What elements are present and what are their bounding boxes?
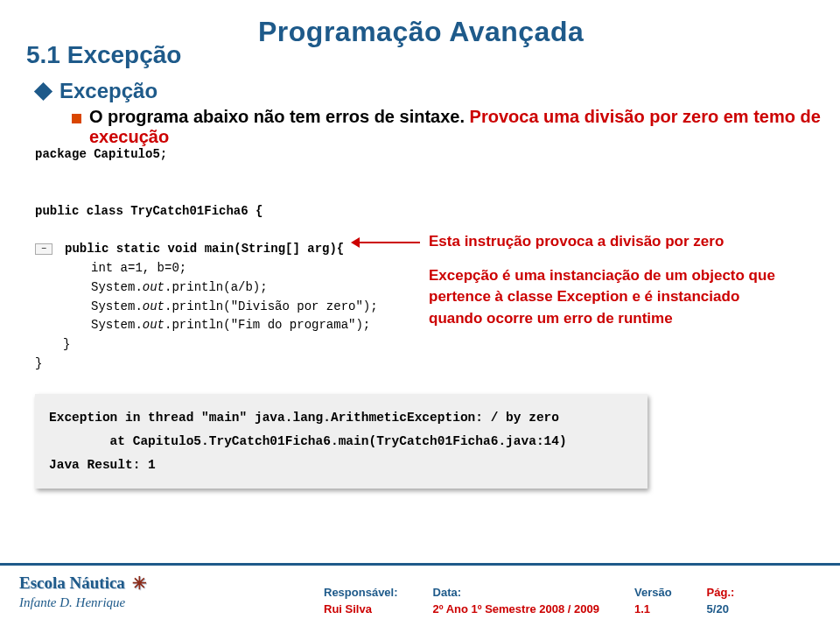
arrow-left-icon xyxy=(359,242,420,243)
code-line-11: } xyxy=(63,337,70,351)
pag-label: Pág.: xyxy=(707,586,735,599)
code-line-12: } xyxy=(35,356,42,370)
annotation-line1: Esta instrução provoca a divisão por zer… xyxy=(429,231,796,253)
diamond-bullet-icon xyxy=(34,82,52,101)
resp-label: Responsável: xyxy=(324,586,398,599)
fold-gutter-icon[interactable]: − xyxy=(35,243,52,255)
versao-label: Versão xyxy=(634,586,672,599)
body-text: O programa abaixo não tem erros de sinta… xyxy=(89,107,840,147)
code-line-7: int a=1, b=0; xyxy=(91,261,186,275)
annotation-line2: Excepção é uma instanciação de um object… xyxy=(429,265,796,330)
code-line-10: System.out.println("Fim do programa"); xyxy=(91,318,370,332)
footer-col-page: Pág.: 5/20 xyxy=(707,586,735,615)
footer: Escola Náutica ✳ Infante D. Henrique Res… xyxy=(0,563,840,626)
versao-value: 1.1 xyxy=(634,602,672,615)
footer-col-data: Data: 2º Ano 1º Semestre 2008 / 2009 xyxy=(433,586,599,615)
school-name: Escola Náutica xyxy=(19,573,125,593)
square-bullet-icon xyxy=(72,114,81,123)
console-l1: Exception in thread "main" java.lang.Ari… xyxy=(49,411,559,425)
code-snippet: package Capitulo5; public class TryCatch… xyxy=(35,145,455,373)
console-l3: Java Result: 1 xyxy=(49,458,156,472)
school-subtitle: Infante D. Henrique xyxy=(19,595,147,610)
code-line-4: public class TryCatch01Ficha6 { xyxy=(35,204,262,218)
code-line-9: System.out.println("Divisão por zero"); xyxy=(91,299,378,313)
footer-divider xyxy=(0,563,840,566)
footer-col-versao: Versão 1.1 xyxy=(634,586,672,615)
code-line-8: System.out.println(a/b); xyxy=(91,280,268,294)
footer-col-responsavel: Responsável: Rui Silva xyxy=(324,586,398,615)
pag-value: 5/20 xyxy=(707,602,735,615)
console-output: Exception in thread "main" java.lang.Ari… xyxy=(35,394,648,489)
main-title: Programação Avançada xyxy=(258,16,840,48)
code-line-1: package Capitulo5; xyxy=(35,147,167,161)
section-title: 5.1 Excepção xyxy=(26,41,181,69)
data-label: Data: xyxy=(433,586,599,599)
annotation: Esta instrução provoca a divisão por zer… xyxy=(429,231,796,330)
body-part1: O programa abaixo não tem erros de sinta… xyxy=(89,107,470,126)
code-line-6: public static void main(String[] arg){ xyxy=(58,242,344,256)
console-l2: at Capitulo5.TryCatch01Ficha6.main(TryCa… xyxy=(49,434,567,448)
data-value: 2º Ano 1º Semestre 2008 / 2009 xyxy=(433,602,599,615)
ship-wheel-icon: ✳ xyxy=(132,573,147,594)
resp-value: Rui Silva xyxy=(324,602,398,615)
school-logo: Escola Náutica ✳ Infante D. Henrique xyxy=(19,573,147,610)
sub-title: Excepção xyxy=(60,79,158,103)
